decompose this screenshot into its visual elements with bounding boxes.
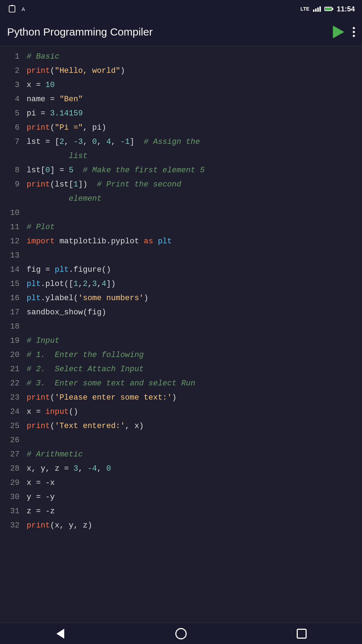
recents-button[interactable] bbox=[293, 625, 311, 643]
plain-token: , bbox=[83, 137, 92, 146]
line-number: 6 bbox=[0, 121, 20, 135]
plain-token bbox=[73, 166, 83, 175]
status-bar: A LTE 11:54 bbox=[0, 0, 362, 18]
keyword-token: import bbox=[27, 237, 55, 246]
builtin-token: input bbox=[45, 407, 69, 416]
line-number: 27 bbox=[0, 448, 20, 462]
dot-icon bbox=[353, 31, 355, 33]
battery-icon bbox=[324, 7, 333, 11]
number-token: 1 bbox=[73, 180, 78, 189]
comment-token: # 3. Enter some text and select Run bbox=[27, 379, 195, 388]
line-number: 17 bbox=[0, 305, 20, 320]
line-number: 3 bbox=[0, 78, 20, 92]
comment-token: # Input bbox=[27, 336, 59, 345]
number-token: 10 bbox=[45, 81, 55, 90]
code-line: plt.plot([1,2,3,4]) bbox=[27, 277, 358, 291]
code-line: sandbox_show(fig) bbox=[27, 305, 358, 320]
code-line: x = 10 bbox=[27, 78, 358, 92]
plain-token: y = -y bbox=[27, 493, 55, 502]
run-button[interactable] bbox=[331, 25, 346, 39]
plain-token: ( bbox=[50, 422, 55, 431]
number-token: -4 bbox=[88, 464, 97, 473]
title-actions bbox=[331, 25, 355, 39]
number-token: 2 bbox=[59, 137, 64, 146]
code-line: # 1. Enter the following bbox=[27, 348, 358, 362]
plain-token: , bbox=[88, 280, 92, 288]
comment-token: # Make the first element 5 bbox=[83, 166, 204, 175]
dot-icon bbox=[353, 27, 355, 29]
plain-token: ]) bbox=[78, 180, 97, 189]
line-number: 28 bbox=[0, 462, 20, 476]
line-number: 5 bbox=[0, 107, 20, 121]
code-line: fig = plt.figure() bbox=[27, 263, 358, 277]
number-token: 0 bbox=[106, 464, 111, 473]
number-token: 4 bbox=[106, 137, 111, 146]
code-line: pi = 3.14159 bbox=[27, 107, 358, 121]
comment-token: # Assign the bbox=[144, 137, 200, 146]
code-line: z = -z bbox=[27, 504, 358, 519]
code-line: x, y, z = 3, -4, 0 bbox=[27, 462, 358, 476]
plain-token: , x) bbox=[125, 422, 144, 431]
builtin-token: print bbox=[27, 521, 50, 530]
signal-icon bbox=[313, 6, 321, 12]
builtin-token: print bbox=[27, 123, 50, 132]
comment-token: # Basic bbox=[27, 52, 59, 61]
plain-token: ] = bbox=[50, 166, 69, 175]
plain-token: sandbox_show(fig) bbox=[27, 308, 106, 317]
number-token: 0 bbox=[45, 166, 50, 175]
number-token: 4 bbox=[102, 280, 106, 288]
code-line: x = -x bbox=[27, 476, 358, 490]
line-number: 9 bbox=[0, 178, 20, 192]
line-number: 29 bbox=[0, 476, 20, 490]
line-number bbox=[0, 149, 20, 163]
line-number: 1 bbox=[0, 50, 20, 64]
code-line bbox=[27, 433, 358, 448]
plain-token: name = bbox=[27, 95, 59, 104]
line-number: 7 bbox=[0, 135, 20, 149]
svg-text:A: A bbox=[22, 6, 25, 12]
number-token: 2 bbox=[83, 280, 87, 288]
line-number bbox=[0, 192, 20, 206]
plain-token: fig = bbox=[27, 265, 55, 274]
plain-token: , bbox=[97, 280, 102, 288]
code-line: print(lst[1]) # Print the second bbox=[27, 178, 358, 192]
plt-token: plt bbox=[158, 237, 172, 246]
plain-token: ] bbox=[130, 137, 144, 146]
plain-token: (x, y, z) bbox=[50, 521, 92, 530]
number-token: 3.14159 bbox=[50, 109, 83, 118]
line-number: 25 bbox=[0, 419, 20, 433]
builtin-token: print bbox=[27, 66, 50, 75]
title-bar: Python Programming Compiler bbox=[0, 18, 362, 46]
keyword-token: as bbox=[144, 237, 153, 246]
home-button[interactable] bbox=[172, 625, 190, 643]
lte-indicator: LTE bbox=[300, 6, 309, 12]
more-options-button[interactable] bbox=[353, 27, 355, 37]
comment-token: # 2. Select Attach Input bbox=[27, 365, 144, 374]
plain-token: z = -z bbox=[27, 507, 55, 516]
line-number: 8 bbox=[0, 163, 20, 178]
line-number: 13 bbox=[0, 249, 20, 263]
line-numbers: 1234567891011121314151617181920212223242… bbox=[0, 46, 25, 623]
line-number: 16 bbox=[0, 291, 20, 305]
code-editor[interactable]: 1234567891011121314151617181920212223242… bbox=[0, 46, 362, 623]
code-line: # 2. Select Attach Input bbox=[27, 362, 358, 377]
number-token: 1 bbox=[73, 280, 78, 288]
dot-icon bbox=[353, 35, 355, 37]
line-number: 24 bbox=[0, 405, 20, 419]
line-number: 14 bbox=[0, 263, 20, 277]
plain-token: , bbox=[97, 137, 106, 146]
builtin-token: print bbox=[27, 393, 50, 402]
plain-token: x = bbox=[27, 81, 45, 90]
number-token: -1 bbox=[120, 137, 130, 146]
number-token: 5 bbox=[69, 166, 73, 175]
code-line: x = input() bbox=[27, 405, 358, 419]
plain-token: , bbox=[111, 137, 120, 146]
plain-token: ( bbox=[50, 66, 55, 75]
code-content[interactable]: # Basicprint("Hello, world")x = 10name =… bbox=[25, 46, 362, 623]
comment-token: element bbox=[27, 194, 102, 203]
plain-token: , bbox=[78, 464, 87, 473]
code-line: print(x, y, z) bbox=[27, 519, 358, 533]
code-line: name = "Ben" bbox=[27, 92, 358, 107]
line-number: 12 bbox=[0, 234, 20, 249]
back-button[interactable] bbox=[51, 625, 69, 643]
